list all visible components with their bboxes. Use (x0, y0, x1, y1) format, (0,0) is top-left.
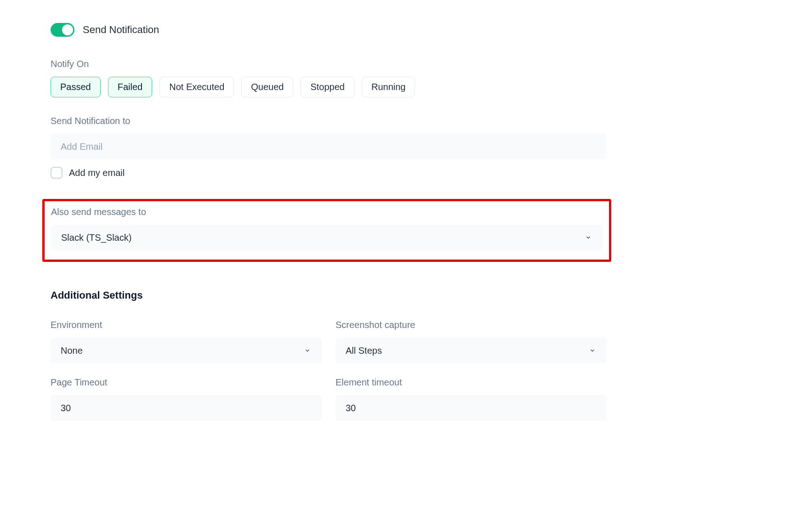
add-my-email-checkbox[interactable] (51, 167, 63, 179)
send-to-label: Send Notification to (51, 116, 607, 126)
chevron-down-icon (588, 346, 597, 355)
page-timeout-label: Page Timeout (51, 377, 322, 388)
page-timeout-input[interactable] (51, 395, 322, 421)
element-timeout-label: Element timeout (336, 377, 607, 388)
additional-settings-grid: Environment None Screenshot capture All … (51, 320, 607, 421)
page-timeout-field: Page Timeout (51, 377, 322, 421)
send-notification-toggle[interactable] (51, 23, 74, 37)
chevron-down-icon (584, 233, 592, 242)
additional-settings-title: Additional Settings (51, 289, 607, 301)
screenshot-select[interactable]: All Steps (336, 338, 607, 363)
environment-field: Environment None (51, 320, 322, 363)
also-send-label: Also send messages to (51, 207, 603, 217)
also-send-select[interactable]: Slack (TS_Slack) (51, 225, 603, 250)
chip-not-executed[interactable]: Not Executed (159, 77, 234, 97)
chip-running[interactable]: Running (362, 77, 415, 97)
chip-stopped[interactable]: Stopped (301, 77, 354, 97)
send-notification-label: Send Notification (83, 24, 159, 36)
also-send-value: Slack (TS_Slack) (61, 232, 131, 243)
element-timeout-field: Element timeout (336, 377, 607, 421)
environment-label: Environment (51, 320, 322, 330)
chip-queued[interactable]: Queued (241, 77, 293, 97)
chip-failed[interactable]: Failed (108, 77, 152, 97)
element-timeout-input[interactable] (336, 395, 607, 421)
screenshot-field: Screenshot capture All Steps (336, 320, 607, 363)
send-notification-row: Send Notification (51, 23, 607, 37)
environment-select[interactable]: None (51, 338, 322, 363)
screenshot-value: All Steps (346, 345, 382, 356)
send-to-section: Send Notification to Add my email (51, 116, 607, 179)
screenshot-label: Screenshot capture (336, 320, 607, 330)
notify-on-section: Notify On Passed Failed Not Executed Que… (51, 59, 607, 97)
email-input[interactable] (51, 134, 607, 159)
toggle-knob (62, 24, 73, 35)
chevron-down-icon (303, 346, 312, 355)
notify-on-label: Notify On (51, 59, 607, 69)
notify-on-chips: Passed Failed Not Executed Queued Stoppe… (51, 77, 607, 97)
add-my-email-label: Add my email (69, 168, 125, 178)
add-my-email-row: Add my email (51, 167, 607, 179)
environment-value: None (61, 345, 83, 356)
also-send-highlight: Also send messages to Slack (TS_Slack) (42, 199, 611, 262)
settings-form: Send Notification Notify On Passed Faile… (0, 23, 607, 421)
chip-passed[interactable]: Passed (51, 77, 101, 97)
additional-settings-section: Additional Settings Environment None Scr… (51, 289, 607, 421)
